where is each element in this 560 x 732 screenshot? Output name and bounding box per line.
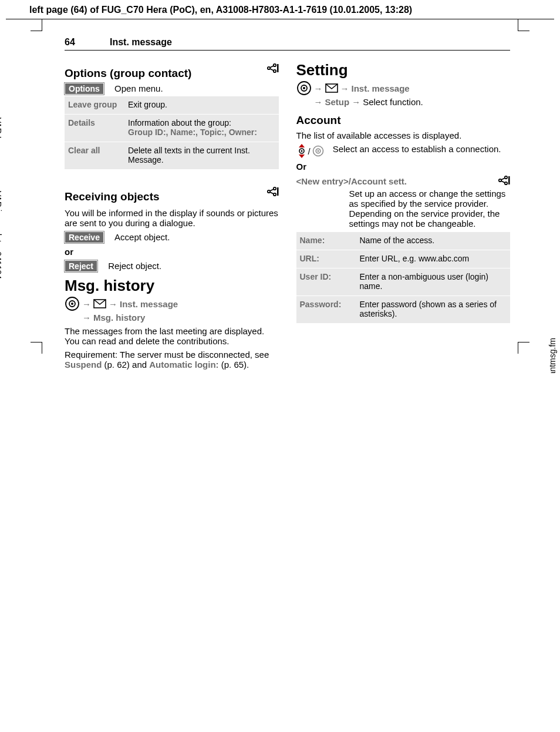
svg-point-7: [273, 187, 275, 189]
svg-line-31: [501, 181, 505, 183]
svg-point-27: [499, 179, 501, 182]
reject-softkey[interactable]: Reject: [65, 260, 97, 272]
envelope-icon: [93, 299, 106, 308]
doc-header-text: left page (64) of FUG_C70 Hera (PoC), en…: [29, 5, 412, 15]
nav-path: → → Inst. message: [65, 296, 279, 311]
options-softkey-row: Options Open menu.: [65, 83, 279, 95]
table-row: User ID: Enter a non-ambiguous user (log…: [296, 268, 511, 296]
share-icon: [266, 186, 279, 199]
nav-path-2: → Msg. history: [82, 313, 279, 323]
svg-point-28: [505, 176, 507, 179]
row-val: Enter password (shown as a series of ast…: [356, 296, 511, 324]
svg-point-1: [273, 63, 275, 66]
svg-marker-23: [299, 155, 305, 158]
menu-key-icon: [296, 80, 312, 96]
right-margin-note: Siemens AG 2003, L:\Mobil\R65\C70_Hera_P…: [548, 338, 557, 373]
nav-select-row: / Select an access to establish a connec…: [296, 144, 511, 158]
row-val: Information about the group: Group ID:, …: [124, 115, 279, 142]
select-access-text: Select an access to establish a connecti…: [333, 144, 510, 154]
options-softkey[interactable]: Options: [65, 83, 104, 95]
reject-row: Reject Reject object.: [65, 260, 279, 272]
options-group-table: Leave group Exit group. Details Informat…: [65, 96, 279, 169]
row-key: Clear all: [65, 142, 124, 170]
page-title: Inst. message: [77, 37, 172, 47]
nav-text: Inst. message: [352, 83, 410, 93]
svg-rect-32: [508, 176, 510, 184]
svg-line-3: [270, 66, 274, 68]
row-key: Details: [65, 115, 124, 142]
nav-path-setting-2: → Setup → Select function.: [314, 97, 511, 107]
new-entry-label: <New entry>/Account sett.: [296, 176, 407, 186]
row-key: Leave group: [65, 96, 124, 115]
menu-key-icon: [65, 296, 80, 311]
row-key: Name:: [296, 232, 356, 250]
row-val: Name of the access.: [356, 232, 511, 250]
svg-rect-5: [277, 64, 279, 72]
svg-point-6: [267, 190, 269, 192]
receiving-objects-text: You will be informed in the display if s…: [65, 208, 279, 228]
msg-history-p1: The messages from the last meeting are d…: [65, 326, 279, 346]
row-key: User ID:: [296, 268, 356, 296]
table-row: Clear all Delete all texts in the curren…: [65, 142, 279, 170]
msg-history-title: Msg. history: [65, 277, 279, 295]
account-settings-table: Name: Name of the access. URL: Enter URL…: [296, 232, 511, 323]
svg-rect-11: [277, 187, 279, 196]
svg-point-14: [71, 303, 73, 305]
svg-line-9: [270, 189, 274, 191]
svg-point-0: [267, 66, 269, 69]
table-row: URL: Enter URL, e.g. www.abc.com: [296, 250, 511, 268]
table-row: Details Information about the group: Gro…: [65, 115, 279, 142]
receive-softkey[interactable]: Receive: [65, 231, 104, 243]
page-number: 64: [65, 37, 75, 47]
row-val: Exit group.: [124, 96, 279, 115]
reject-desc: Reject object.: [100, 261, 161, 271]
account-title: Account: [296, 114, 511, 127]
nav-text: Setup: [325, 97, 350, 107]
table-row: Leave group Exit group.: [65, 96, 279, 115]
share-icon: [266, 63, 279, 75]
svg-line-4: [270, 69, 274, 70]
left-column: Options (group contact) Options Open men…: [65, 56, 279, 373]
nav-text: Inst. message: [120, 299, 178, 309]
doc-header: left page (64) of FUG_C70 Hera (PoC), en…: [6, 0, 554, 19]
nav-key-icon: /: [296, 144, 325, 158]
row-val: Enter URL, e.g. www.abc.com: [356, 250, 511, 268]
envelope-icon: [325, 83, 338, 93]
receiving-objects-title: Receiving objects: [65, 190, 160, 203]
share-icon: [497, 175, 510, 187]
page-head: 64 Inst. message: [65, 37, 510, 51]
svg-point-18: [303, 87, 305, 89]
receive-row: Receive Accept object.: [65, 231, 279, 243]
row-key: URL:: [296, 250, 356, 268]
left-margin-note: VAR Language: en; VAR issue date: 041104: [0, 117, 3, 279]
svg-point-26: [317, 150, 319, 152]
svg-point-22: [301, 150, 302, 152]
options-softkey-desc: Open menu.: [106, 83, 163, 93]
nav-path-setting: → → Inst. message: [296, 80, 511, 96]
svg-point-29: [505, 182, 507, 184]
setting-title: Setting: [296, 61, 511, 79]
msg-history-p2: Requirement: The server must be disconne…: [65, 350, 279, 370]
account-p1: The list of available accesses is displa…: [296, 130, 511, 140]
table-row: Name: Name of the access.: [296, 232, 511, 250]
or-text-right: Or: [296, 162, 511, 172]
new-entry-text: Set up an access or change the settings …: [349, 189, 511, 229]
nav-text: Select function.: [363, 97, 423, 107]
row-key: Password:: [296, 296, 356, 324]
nav-text: Msg. history: [93, 313, 145, 323]
svg-point-8: [273, 193, 275, 195]
or-text: or: [65, 247, 279, 257]
svg-marker-20: [299, 144, 305, 147]
row-val: Enter a non-ambiguous user (login) name.: [356, 268, 511, 296]
options-group-contact-title: Options (group contact): [65, 67, 191, 80]
right-column: Setting → → Inst. message → Setup → Sele…: [296, 56, 511, 373]
row-val: Delete all texts in the current Inst. Me…: [124, 142, 279, 170]
svg-point-2: [273, 69, 275, 72]
table-row: Password: Enter password (shown as a ser…: [296, 296, 511, 324]
receive-desc: Accept object.: [106, 232, 170, 242]
svg-line-30: [501, 178, 505, 180]
svg-line-10: [270, 192, 274, 194]
